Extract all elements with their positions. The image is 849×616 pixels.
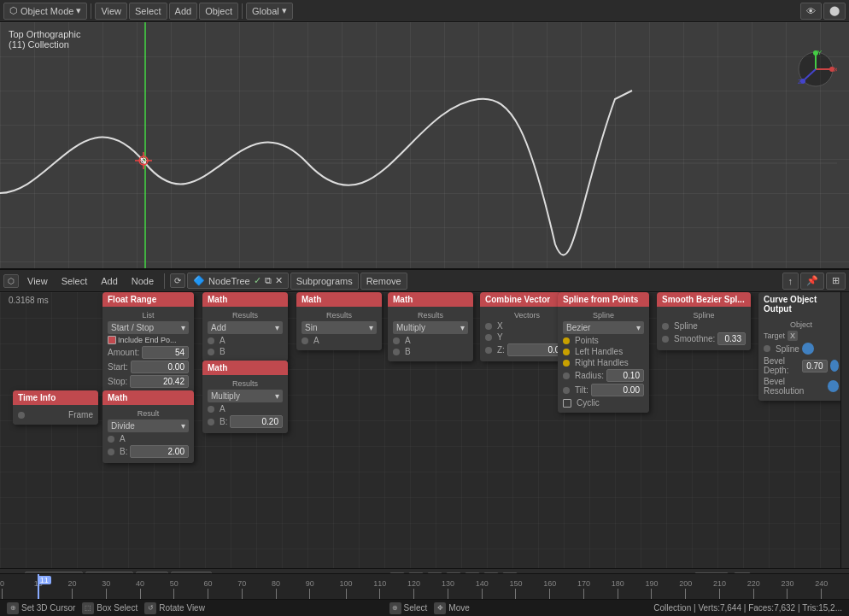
- cv-x-row: X: [485, 321, 569, 331]
- viewport-axes: X Y Z: [794, 48, 837, 91]
- status-bar: ⊕ Set 3D Cursor ⬚ Box Select ↺ Rotate Vi…: [0, 599, 849, 616]
- ruler-marks-container: 0102030405060708090100110120130140150160…: [0, 574, 849, 599]
- timing-info: 0.3168 ms: [9, 296, 49, 305]
- frame-output-socket: [18, 412, 25, 419]
- node-layout-btn[interactable]: ⊞: [826, 273, 846, 290]
- shading-btn[interactable]: ⬤: [823, 3, 846, 20]
- sfp-tilt-row: Tilt: 0.00: [563, 384, 644, 396]
- transform-selector[interactable]: Global ▾: [246, 3, 293, 20]
- node-editor-sidebar: [840, 292, 849, 587]
- math3-header: Math: [202, 361, 288, 375]
- math3-b-row: B: 0.20: [208, 415, 283, 428]
- co-spline-toggle[interactable]: [802, 343, 814, 355]
- collection-info-item: Collection | Verts:7,644 | Faces:7,632 |…: [653, 603, 842, 613]
- frame-indicator[interactable]: 11: [38, 574, 39, 599]
- ruler-mark-120: 120: [407, 579, 420, 599]
- math1-op[interactable]: Divide▾: [108, 419, 189, 432]
- svg-text:Z: Z: [798, 78, 802, 85]
- svg-text:Y: Y: [817, 49, 823, 56]
- node-view-controls: ↑ 📌 ⊞: [782, 273, 846, 290]
- ruler-mark-50: 50: [170, 579, 179, 599]
- chevron-down-icon: ▾: [76, 5, 81, 16]
- node-select-menu[interactable]: Select: [56, 274, 93, 288]
- co-spline-row: Spline: [764, 343, 839, 355]
- co-bevel-depth-row: Bevel Depth: 0.70: [764, 356, 839, 375]
- ruler-mark-240: 240: [815, 579, 828, 599]
- math2-a-socket: [208, 337, 214, 344]
- sfp-radius-row: Radius: 0.10: [563, 369, 644, 382]
- sfp-right-row: Right Handles: [563, 358, 644, 367]
- node-editor: 0.3168 ms Time Info Frame: [0, 292, 849, 587]
- include-row: Include End Po...: [108, 336, 189, 344]
- node-node-menu[interactable]: Node: [126, 274, 159, 288]
- node-add-menu[interactable]: Add: [96, 274, 123, 288]
- close-icon: ✕: [275, 275, 283, 286]
- move-item: ✥ Move: [434, 602, 469, 614]
- node-view-menu[interactable]: View: [22, 274, 53, 288]
- curve-output-header: Curve Object Output: [758, 292, 844, 316]
- cyclic-checkbox[interactable]: [563, 399, 571, 408]
- math5-header: Math: [388, 292, 473, 307]
- stop-row: Stop: 20.42: [108, 375, 189, 388]
- math3-op[interactable]: Multiply▾: [208, 390, 283, 402]
- co-bevel-toggle[interactable]: [830, 360, 839, 372]
- math1-a-row: A: [108, 434, 189, 443]
- math3-b-socket: [208, 419, 214, 425]
- math4-a-socket: [302, 337, 308, 344]
- sfp-points-socket: [563, 337, 570, 344]
- time-info-node: Time Info Frame: [13, 390, 98, 425]
- math-node-1: Math Result Divide▾ A B: 2.00: [102, 390, 194, 463]
- collection-label: (11) Collection: [9, 39, 80, 50]
- node-type-selector: ⟳ 🔷 NodeTree ✓ ⧉ ✕ Subprograms Remove: [170, 273, 407, 290]
- co-bevel-res-toggle[interactable]: [828, 380, 839, 392]
- math2-b-row: B: [208, 347, 283, 356]
- mode-selector[interactable]: ⬡ Object Mode ▾: [3, 3, 87, 20]
- select-menu[interactable]: Select: [129, 3, 167, 20]
- object-menu[interactable]: Object: [199, 3, 238, 20]
- math4-body: Results Sin▾ A: [296, 307, 382, 350]
- curve-output-body: Object Target X Spline Bevel Depth: 0.70…: [758, 316, 844, 401]
- node-toolbar: ⬡ View Select Add Node ⟳ 🔷 NodeTree ✓ ⧉ …: [0, 270, 849, 292]
- spline-from-points-body: Spline Bezier▾ Points Left Handles Right…: [558, 307, 649, 413]
- start-stop-row[interactable]: Start / Stop ▾: [108, 321, 189, 334]
- cursor-icon-small: ⊕: [7, 602, 19, 614]
- node-move-up-btn[interactable]: ↑: [782, 273, 799, 290]
- sfp-left-socket: [563, 349, 570, 355]
- ruler-mark-20: 20: [68, 579, 77, 599]
- frame-indicator-label: 11: [38, 576, 51, 584]
- curve-output-node: Curve Object Output Object Target X Spli…: [758, 292, 844, 401]
- math2-op[interactable]: Add▾: [208, 321, 283, 334]
- co-bevel-res-row: Bevel Resolution: [764, 377, 839, 396]
- math5-op[interactable]: Multiply▾: [393, 321, 468, 334]
- math1-header: Math: [102, 390, 194, 405]
- math3-a-row: A: [208, 404, 283, 414]
- include-checkbox[interactable]: [108, 336, 116, 344]
- sb-spline-socket: [662, 323, 669, 330]
- math4-header: Math: [296, 292, 382, 307]
- bezier-type[interactable]: Bezier▾: [563, 321, 644, 334]
- viewport-overlay: Top Orthographic (11) Collection: [9, 29, 80, 50]
- node-pin-btn[interactable]: 📌: [800, 273, 824, 290]
- math5-a-socket: [393, 337, 400, 344]
- cv-x-socket: [485, 323, 492, 330]
- node-editor-type[interactable]: ⬡: [3, 274, 19, 288]
- add-menu[interactable]: Add: [169, 3, 198, 20]
- ruler-mark-140: 140: [476, 579, 489, 599]
- remove-btn[interactable]: Remove: [360, 273, 407, 290]
- viewport: Top Orthographic (11) Collection X Y Z: [0, 22, 849, 270]
- math-node-3: Math Results Multiply▾ A B: 0.20: [202, 361, 288, 433]
- sfp-cyclic-row: Cyclic: [563, 398, 644, 408]
- math5-b-row: B: [393, 347, 468, 356]
- math4-op[interactable]: Sin▾: [302, 321, 377, 334]
- nodetree-input[interactable]: 🔷 NodeTree ✓ ⧉ ✕: [187, 273, 289, 289]
- mode-icon: ⬡: [9, 5, 18, 16]
- overlay-btn[interactable]: 👁: [800, 3, 822, 20]
- math1-body: Result Divide▾ A B: 2.00: [102, 405, 194, 463]
- subprograms-btn[interactable]: Subprograms: [290, 273, 359, 290]
- chevron-icon: ▾: [282, 5, 287, 16]
- smooth-bezier-body: Spline Spline Smoothne: 0.33: [657, 307, 751, 350]
- box-select-icon: ⬚: [82, 602, 94, 614]
- cv-z-socket: [485, 347, 492, 354]
- view-menu[interactable]: View: [95, 3, 127, 20]
- math1-b-row: B: 2.00: [108, 445, 189, 458]
